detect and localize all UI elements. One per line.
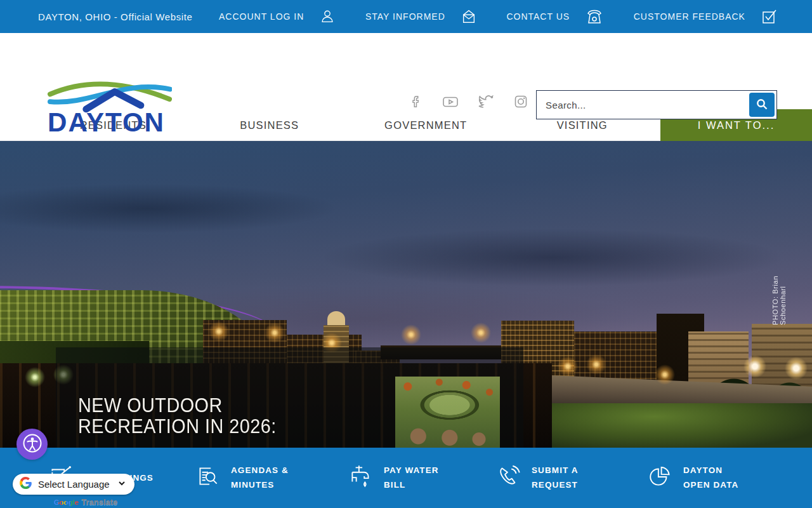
quicklink-agendas-minutes[interactable]: AGENDAS & MINUTES: [195, 463, 289, 492]
logo-wordmark: DAYTON: [48, 107, 165, 135]
quicklink-open-data[interactable]: DAYTON OPEN DATA: [647, 463, 738, 492]
account-login-label: ACCOUNT LOG IN: [219, 11, 304, 22]
accessibility-icon: [22, 432, 43, 457]
photo-credit: PHOTO: Brian Schoenharl: [771, 239, 787, 325]
google-translate-select[interactable]: Select Language: [13, 474, 134, 495]
header: DAYTON: [0, 33, 812, 109]
hero-headline-line1: NEW OUTDOOR: [78, 395, 277, 416]
twitter-icon[interactable]: [478, 94, 494, 112]
search-button[interactable]: [749, 93, 775, 117]
account-login-link[interactable]: ACCOUNT LOG IN: [219, 8, 336, 25]
google-g-icon: [20, 477, 32, 491]
search-box: [536, 90, 777, 119]
hero-inset-photo[interactable]: [395, 377, 500, 448]
stay-informed-label: STAY INFORMED: [365, 11, 445, 22]
quicklink-pay-water-bill[interactable]: PAY WATER BILL: [348, 463, 439, 492]
faucet-icon: [348, 463, 374, 492]
search-input[interactable]: [546, 91, 736, 119]
quicklink-label: PAY WATER: [384, 463, 439, 478]
envelope-icon: [461, 8, 477, 25]
person-icon: [319, 8, 336, 25]
select-language-label: Select Language: [38, 479, 110, 490]
translate-product-label: Translate: [81, 497, 117, 507]
phone-icon: [585, 8, 604, 25]
nav-item-business[interactable]: BUSINESS: [192, 109, 348, 141]
top-utility-links: ACCOUNT LOG IN STAY INFORMED CONTACT US …: [219, 8, 777, 25]
dayton-homepage: DAYTON, OHIO - Official Website ACCOUNT …: [0, 0, 812, 508]
top-utility-bar: DAYTON, OHIO - Official Website ACCOUNT …: [0, 0, 812, 33]
chevron-down-icon: [117, 478, 127, 491]
google-brand-label: Google: [54, 498, 79, 506]
feedback-check-icon: [761, 8, 777, 25]
customer-feedback-label: CUSTOMER FEEDBACK: [634, 11, 745, 22]
search-icon: [756, 98, 768, 112]
quicklink-label2: OPEN DATA: [683, 478, 738, 492]
quicklink-label: DAYTON: [683, 463, 738, 478]
social-links: [409, 94, 528, 112]
dayton-logo[interactable]: DAYTON: [48, 74, 172, 135]
contact-us-link[interactable]: CONTACT US: [506, 8, 604, 25]
instagram-icon[interactable]: [513, 94, 528, 112]
hero-headline-line2: RECREATION IN 2026:: [78, 416, 277, 437]
quicklink-label: AGENDAS &: [231, 463, 289, 478]
quicklink-label2: BILL: [384, 478, 439, 492]
customer-feedback-link[interactable]: CUSTOMER FEEDBACK: [634, 8, 777, 25]
quicklink-submit-request[interactable]: SUBMIT A REQUEST: [495, 463, 579, 492]
accessibility-button[interactable]: [16, 429, 48, 460]
google-translate-attribution: GoogleTranslate: [35, 496, 136, 507]
stay-informed-link[interactable]: STAY INFORMED: [365, 8, 477, 25]
youtube-icon[interactable]: [442, 94, 459, 112]
quicklink-label2: MINUTES: [231, 478, 289, 492]
site-label: DAYTON, OHIO - Official Website: [38, 11, 192, 22]
quicklink-label2: REQUEST: [532, 478, 579, 492]
phone-handset-icon: [495, 463, 522, 492]
nav-item-government[interactable]: GOVERNMENT: [348, 109, 504, 141]
hero-headline: NEW OUTDOOR RECREATION IN 2026:: [78, 395, 277, 437]
quicklink-label: SUBMIT A: [532, 463, 579, 478]
pie-chart-icon: [647, 463, 674, 492]
contact-us-label: CONTACT US: [506, 11, 570, 22]
document-search-icon: [195, 463, 221, 492]
facebook-icon[interactable]: [409, 94, 423, 112]
hero-banner: NEW OUTDOOR RECREATION IN 2026: PHOTO: B…: [0, 141, 812, 448]
